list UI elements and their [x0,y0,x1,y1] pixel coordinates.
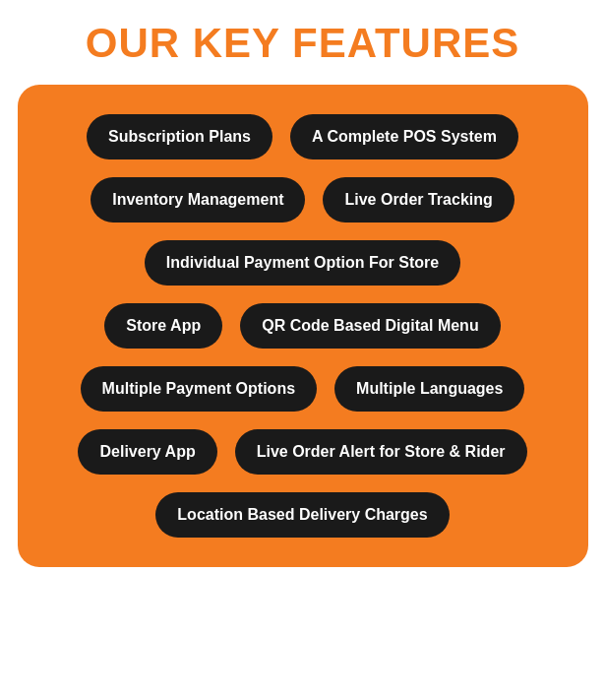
page-title: OUR KEY FEATURES [86,20,520,67]
feature-row-row2: Inventory ManagementLive Order Tracking [42,177,564,223]
feature-tag-location-based-delivery: Location Based Delivery Charges [155,492,449,538]
feature-tag-subscription-plans: Subscription Plans [87,114,272,159]
feature-row-row3: Individual Payment Option For Store [42,240,564,286]
feature-tag-delivery-app: Delivery App [78,429,216,475]
feature-tag-live-order-alert: Live Order Alert for Store & Rider [235,429,527,475]
feature-tag-individual-payment-option: Individual Payment Option For Store [145,240,460,286]
feature-row-row6: Delivery AppLive Order Alert for Store &… [42,429,564,475]
feature-tag-qr-code-digital-menu: QR Code Based Digital Menu [240,303,500,349]
feature-row-row4: Store AppQR Code Based Digital Menu [42,303,564,349]
feature-row-row7: Location Based Delivery Charges [42,492,564,538]
feature-tag-multiple-languages: Multiple Languages [334,366,524,412]
features-box: Subscription PlansA Complete POS SystemI… [18,85,588,567]
feature-row-row5: Multiple Payment OptionsMultiple Languag… [42,366,564,412]
feature-tag-inventory-management: Inventory Management [91,177,305,223]
feature-tag-live-order-tracking: Live Order Tracking [323,177,514,223]
feature-tag-complete-pos-system: A Complete POS System [290,114,518,159]
feature-row-row1: Subscription PlansA Complete POS System [42,114,564,159]
feature-tag-store-app: Store App [104,303,222,349]
feature-tag-multiple-payment-options: Multiple Payment Options [81,366,317,412]
